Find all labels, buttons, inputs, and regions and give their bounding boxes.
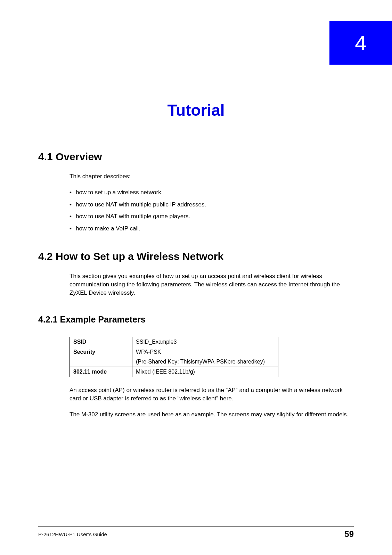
param-label-mode: 802.11 mode — [70, 367, 132, 377]
list-item: how to use NAT with multiple public IP a… — [70, 201, 354, 209]
table-row: 802.11 mode Mixed (IEEE 802.11b/g) — [70, 367, 278, 377]
example-parameters-table: SSID SSID_Example3 Security WPA-PSK (Pre… — [70, 337, 278, 377]
list-item: how to set up a wireless network. — [70, 188, 354, 197]
overview-intro: This chapter describes: — [70, 172, 354, 181]
security-line2: (Pre-Shared Key: ThisismyWPA-PSKpre-shar… — [136, 359, 275, 365]
table-row: Security WPA-PSK (Pre-Shared Key: Thisis… — [70, 347, 278, 367]
chapter-number-tab: 4 — [329, 21, 392, 65]
footer-guide-title: P-2612HWU-F1 User’s Guide — [38, 531, 107, 537]
heading-4-2-1: 4.2.1 Example Parameters — [38, 315, 354, 325]
param-label-security: Security — [70, 347, 132, 367]
param-label-ssid: SSID — [70, 337, 132, 347]
heading-4-1: 4.1 Overview — [38, 151, 354, 163]
chapter-title: Tutorial — [38, 101, 354, 120]
table-row: SSID SSID_Example3 — [70, 337, 278, 347]
section-4-2-1: 4.2.1 Example Parameters SSID SSID_Examp… — [38, 315, 354, 419]
security-line1: WPA-PSK — [136, 349, 275, 355]
section-4-2-para: This section gives you examples of how t… — [70, 272, 354, 297]
heading-4-2: 4.2 How to Set up a Wireless Network — [38, 251, 354, 262]
chapter-number: 4 — [355, 31, 366, 55]
list-item: how to make a VoIP call. — [70, 225, 354, 233]
section-4-2-1-para1: An access point (AP) or wireless router … — [70, 386, 354, 403]
list-item: how to use NAT with multiple game player… — [70, 212, 354, 221]
section-4-2: 4.2 How to Set up a Wireless Network Thi… — [38, 251, 354, 297]
page-footer: P-2612HWU-F1 User’s Guide 59 — [38, 526, 354, 539]
footer-page-number: 59 — [344, 529, 354, 539]
param-value-mode: Mixed (IEEE 802.11b/g) — [132, 367, 278, 377]
section-4-2-1-para2: The M-302 utility screens are used here … — [70, 410, 354, 419]
section-4-1: 4.1 Overview This chapter describes: how… — [38, 151, 354, 233]
param-value-ssid: SSID_Example3 — [132, 337, 278, 347]
param-value-security: WPA-PSK (Pre-Shared Key: ThisismyWPA-PSK… — [132, 347, 278, 367]
overview-list: how to set up a wireless network. how to… — [70, 188, 354, 233]
